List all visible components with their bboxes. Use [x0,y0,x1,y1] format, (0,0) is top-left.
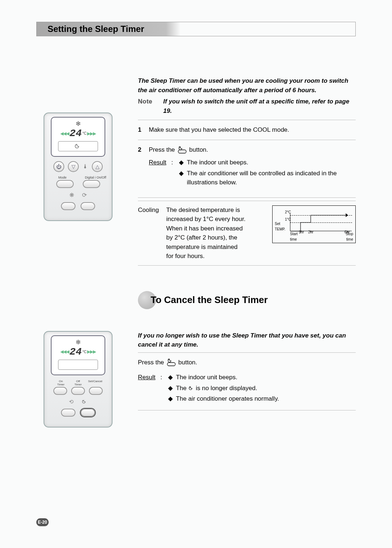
result-label: Result: [138,373,162,405]
setcancel-label: Set/Cancel [87,380,104,386]
lcd-unit: °C [82,350,86,354]
sleep-pill-button-highlighted-icon [81,409,95,417]
divider [138,352,356,353]
digital-label: Digital [85,176,94,179]
chart-ylabel: Set TEMP. [275,221,285,232]
svg-point-1 [76,144,77,145]
divider [138,197,356,198]
svg-rect-12 [167,363,175,366]
cooling-block: Cooling The desired temperature is incre… [138,205,356,261]
bullet-icon: ◆ [168,394,172,404]
note-text: If you wish to switch the unit off at a … [163,97,356,115]
fan-bars-right-icon: ▶▶▶ [87,349,96,354]
swing-icon: ⟳ [82,192,87,199]
onoff-label: On/Off [97,176,106,179]
power-button-icon: ⏻ [53,161,64,172]
lcd-sleep-indicator [58,141,98,151]
step-1: 1 Make sure that you have selected the C… [138,123,356,137]
step-number: 2 [138,145,144,189]
note-label: Note [138,97,152,115]
cooling-label: Cooling [138,205,160,215]
cancel-bullet-1: The indoor unit beeps. [176,373,237,382]
divider [138,140,356,140]
mode-pill-button-icon [56,180,74,188]
on-timer-label: On Timer [52,380,69,386]
digital-pill-button-icon [83,180,100,188]
cancel-bullet-2: The is no longer displayed. [176,384,257,393]
subsection-header: To Cancel the Sleep Timer [138,291,356,309]
svg-point-0 [75,144,76,145]
bullet2-after: is no longer displayed. [196,385,257,392]
chart-xtick-2hr: 2hr [308,229,313,235]
svg-point-3 [179,146,180,147]
temp-down-button-icon: ▽ [68,161,79,172]
fan-bars-left-icon: ◀◀◀ [60,349,69,354]
step-number: 1 [138,125,144,135]
step-text: Make sure that you have selected the COO… [149,125,356,135]
content-column: The Sleep Timer can be used when you are… [138,76,356,327]
divider [138,410,356,410]
setcancel-button-icon [89,387,103,395]
snowflake-icon: ❄ [52,120,105,128]
svg-point-11 [168,359,169,359]
divider [138,120,356,120]
fan-bars-left-icon: ◀◀◀ [60,131,69,136]
remote-lcd: ❄ ◀◀◀ 24°C ▶▶▶ [51,117,105,157]
cancel-content: If you no longer wish to use the Sleep T… [138,331,356,442]
fan-icon: ❋ [69,192,74,199]
sleep-icon [82,400,87,404]
lcd-unit: °C [82,131,86,135]
offtimer-button-icon [71,387,85,395]
cancel-bullet-3: The air conditioner operates normally. [176,394,279,404]
remote-illustration-top: ❄ ◀◀◀ 24°C ▶▶▶ ⏻ ▽ 🌡 [44,113,113,221]
svg-point-14 [190,387,190,387]
subsection-title: To Cancel the Sleep Timer [147,293,268,307]
bullet-icon: ◆ [168,373,172,382]
section-title: Setting the Sleep Timer [37,22,180,36]
svg-point-2 [179,147,179,147]
sleep-timer-chart: Set TEMP. 2°C 1°C [272,205,356,243]
step2-after: button. [189,146,208,153]
cooling-text: The desired temperature is increased by … [166,205,246,261]
ontimer-button-icon [53,387,67,395]
step2-before: Press the [149,146,175,153]
remote-lcd: ❄ ◀◀◀ 24°C ▶▶▶ [51,335,105,375]
chart-xtick-1hr: 1hr [299,229,304,235]
thermometer-icon: 🌡 [82,163,88,170]
svg-point-13 [189,387,190,388]
divider [138,265,356,266]
bullet-icon: ◆ [168,384,172,393]
svg-marker-5 [346,214,348,217]
svg-point-9 [82,400,83,401]
illustrations-column: ❄ ◀◀◀ 24°C ▶▶▶ ⏻ ▽ 🌡 [36,76,120,327]
off-timer-label: Off Timer [69,380,86,386]
swing-pill-button-icon [81,202,95,210]
step-2: 2 Press the button. Result: ◆The indoor … [138,143,356,191]
press-after: button. [178,359,197,366]
lcd-temp: 24 [70,128,82,139]
result-bullet: The air conditioner will be controlled a… [187,169,356,187]
divider [138,201,356,201]
remote-illustration-bottom: ❄ ◀◀◀ 24°C ▶▶▶ On Timer Off Timer Set/Ca… [44,331,113,428]
result-label: Result: [149,158,173,189]
lcd-temp: 24 [70,346,82,357]
press-before: Press the [138,359,164,366]
swing-icon: ⟲ [69,398,74,405]
snowflake-icon: ❄ [52,338,105,346]
sleep-icon [75,144,81,149]
illustrations-column-cancel: ❄ ◀◀◀ 24°C ▶▶▶ On Timer Off Timer Set/Ca… [36,331,120,442]
lcd-sleep-indicator-empty [58,360,98,370]
fan-bars-right-icon: ▶▶▶ [87,131,96,136]
svg-rect-4 [178,150,186,153]
chart-axes [290,213,352,231]
swing-pill-button-icon [61,409,75,417]
mode-label: Mode [54,176,71,179]
chart-xlabel-stop: Stop time [346,231,353,242]
bullet-icon: ◆ [179,169,183,187]
cancel-press-line: Press the button. [138,356,356,369]
chart-xlabel-start: Start time [290,231,298,242]
bullet2-before: The [176,385,187,392]
section-title-bar: Setting the Sleep Timer [36,22,356,36]
svg-point-10 [168,359,168,360]
temp-up-button-icon: △ [92,161,103,172]
